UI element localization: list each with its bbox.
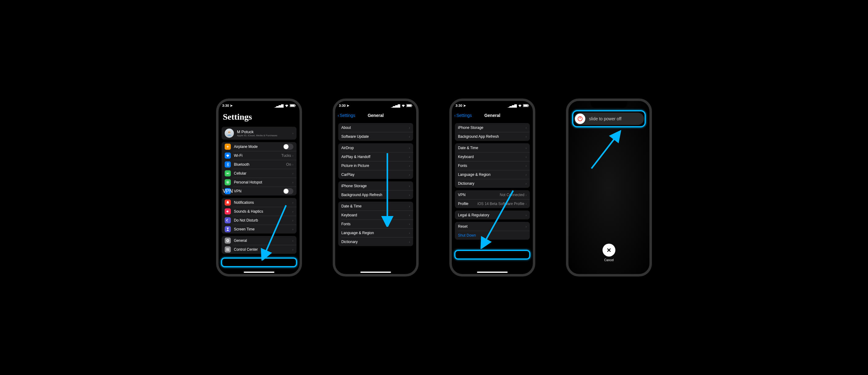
profile-name: M Potuck [237, 129, 292, 134]
profile-subtitle: Apple ID, iCloud, Media & Purchases [237, 134, 292, 137]
settings-row[interactable]: Keyboard› [455, 152, 530, 161]
chevron-right-icon: › [409, 193, 410, 197]
settings-row[interactable]: Airplane Mode [222, 142, 297, 151]
notch [591, 101, 627, 108]
settings-row[interactable]: VPNVPN [222, 187, 297, 195]
chevron-right-icon: › [409, 231, 410, 235]
settings-row[interactable]: Background App Refresh› [455, 132, 530, 141]
chevron-right-icon: › [525, 225, 527, 228]
cancel-button[interactable] [602, 244, 615, 256]
back-label: Settings [340, 113, 355, 118]
chevron-right-icon: › [292, 131, 293, 135]
row-label: iPhone Storage [341, 184, 409, 188]
moon-icon [225, 217, 231, 223]
settings-row[interactable]: AirDrop› [338, 143, 413, 152]
settings-group-1: Airplane ModeWi-FiTucks›BluetoothOn›Cell… [222, 142, 297, 195]
settings-row[interactable]: Wi-FiTucks› [222, 151, 297, 160]
settings-row[interactable]: AirPlay & Handoff› [338, 152, 413, 161]
notch [241, 101, 277, 108]
settings-row[interactable]: BluetoothOn› [222, 160, 297, 169]
settings-row[interactable]: Background App Refresh› [338, 190, 413, 199]
location-icon: ➤ [346, 104, 349, 107]
nav-title: General [484, 113, 500, 118]
row-label: Fonts [341, 222, 409, 226]
status-time: 3:30 [456, 104, 462, 107]
location-icon: ➤ [230, 104, 232, 107]
row-label: Date & Time [458, 146, 525, 150]
back-button[interactable]: ‹Settings [454, 113, 472, 118]
settings-row[interactable]: Cellular› [222, 169, 297, 178]
home-indicator[interactable] [477, 272, 508, 273]
row-label: Software Update [341, 134, 409, 139]
chevron-right-icon: › [292, 201, 293, 205]
slide-to-power-off[interactable]: slide to power off [574, 113, 644, 125]
bell-icon [225, 199, 231, 206]
svg-point-5 [229, 132, 230, 132]
chevron-right-icon: › [292, 218, 293, 222]
arrow-annotation [258, 202, 289, 260]
sound-icon [225, 208, 231, 215]
row-label: Date & Time [341, 204, 409, 208]
settings-row[interactable]: Fonts› [455, 161, 530, 170]
chevron-right-icon: › [409, 205, 410, 208]
nav-bar: ‹Settings General [335, 110, 416, 121]
settings-row[interactable]: iPhone Storage› [338, 181, 413, 190]
gear-icon [225, 238, 231, 244]
arrow-annotation [478, 187, 518, 249]
settings-row[interactable]: Personal Hotspot› [222, 178, 297, 187]
settings-group: iPhone Storage›Background App Refresh› [455, 123, 530, 141]
settings-row[interactable]: Language & Region› [455, 170, 530, 179]
page-title: Settings [219, 110, 300, 124]
home-indicator[interactable] [244, 272, 274, 273]
home-indicator[interactable] [360, 272, 391, 273]
apple-id-row[interactable]: M Potuck Apple ID, iCloud, Media & Purch… [222, 127, 297, 139]
svg-rect-24 [529, 105, 529, 106]
svg-rect-18 [407, 105, 411, 107]
svg-rect-23 [524, 105, 528, 107]
phone-3-general-bottom: 3:30 ➤ ▁▃▅▇ ‹Settings General iPhone Sto… [450, 98, 535, 277]
settings-group: About›Software Update› [338, 123, 413, 141]
settings-row[interactable]: CarPlay› [338, 170, 413, 179]
wifi-status-icon [285, 104, 288, 107]
settings-row[interactable]: Date & Time› [455, 143, 530, 152]
svg-point-14 [228, 249, 229, 250]
notch [357, 101, 394, 108]
chevron-right-icon: › [409, 173, 410, 177]
nav-bar: ‹Settings General [452, 110, 533, 121]
wifi-status-icon [518, 104, 522, 107]
power-knob[interactable] [575, 114, 585, 124]
chevron-right-icon: › [525, 164, 527, 167]
settings-row[interactable]: Dictionary› [455, 179, 530, 188]
chevron-right-icon: › [525, 193, 527, 197]
settings-row[interactable]: Keyboard› [338, 211, 413, 219]
settings-row[interactable]: Software Update› [338, 132, 413, 141]
settings-row[interactable]: Date & Time› [338, 201, 413, 211]
airplane-icon [225, 144, 231, 150]
back-button[interactable]: ‹Settings [338, 113, 355, 118]
row-label: Profile [458, 201, 477, 206]
toggle-switch[interactable] [283, 144, 293, 150]
row-label: Language & Region [458, 173, 525, 177]
settings-group: Date & Time›Keyboard›Fonts›Language & Re… [455, 143, 530, 188]
chevron-right-icon: › [409, 222, 410, 226]
settings-row[interactable]: Fonts› [338, 219, 413, 228]
chevron-right-icon: › [292, 163, 293, 166]
phone-1-settings: 3:30 ➤ ▁▃▅▇ Settings M Potuck Apple ID, … [216, 98, 302, 277]
nav-title: General [368, 113, 384, 118]
svg-point-4 [228, 132, 229, 132]
hotspot-icon [225, 179, 231, 185]
row-label: AirPlay & Handoff [341, 155, 409, 159]
chevron-right-icon: › [292, 171, 293, 175]
settings-row[interactable]: Picture in Picture› [338, 161, 413, 170]
back-label: Settings [456, 113, 472, 118]
settings-row[interactable]: iPhone Storage› [455, 123, 530, 132]
settings-row[interactable]: About› [338, 123, 413, 132]
settings-row[interactable]: Language & Region› [338, 228, 413, 237]
row-label: Personal Hotspot [234, 180, 292, 184]
chevron-right-icon: › [292, 181, 293, 184]
toggle-switch[interactable] [283, 188, 293, 194]
settings-row[interactable]: Dictionary› [338, 237, 413, 246]
row-label: About [341, 126, 409, 130]
phone-4-power-off: slide to power off Cancel [566, 98, 652, 277]
chevron-right-icon: › [525, 126, 527, 129]
